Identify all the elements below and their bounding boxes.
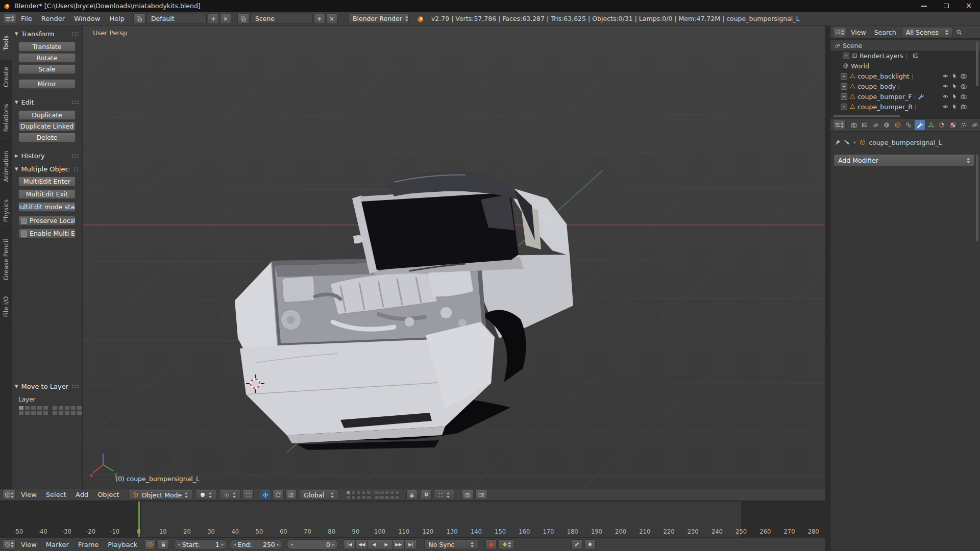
multiedit-mode-start-button[interactable]: MultiEdit mode start [18,202,76,212]
outliner-hscrollbar[interactable] [834,115,900,117]
preserve-location-toggle[interactable]: Preserve Location/... [18,216,76,226]
menu-window[interactable]: Window [69,15,105,22]
increment-icon[interactable]: ▸ [277,542,280,547]
auto-keyframe-toggle[interactable] [485,539,497,549]
decrement-icon[interactable]: ◂ [290,542,293,547]
multiedit-enter-button[interactable]: MultiEdit Enter [18,177,76,186]
mirror-button[interactable]: Mirror [18,79,76,89]
preview-range-toggle[interactable] [144,539,156,549]
expand-icon[interactable]: + [841,73,847,80]
tab-tools[interactable]: Tools [0,26,12,60]
viewport-3d[interactable]: x y User Persp (0) coupe_bumpersignal_L [83,26,825,489]
menu-search[interactable]: Search [871,26,900,39]
scene-add-button[interactable] [314,14,325,24]
tab-constraints[interactable] [903,120,914,130]
minimize-button[interactable] [913,0,935,12]
menu-view[interactable]: View [17,538,41,551]
layout-add-button[interactable] [208,14,219,24]
multiedit-exit-button[interactable]: MultiEdit Exit [18,189,76,199]
editor-type-button[interactable] [833,120,846,130]
outliner-row-coupe-bumper-r[interactable]: + coupe_bumper_R| [830,102,980,112]
delete-keyframe-button[interactable] [584,539,596,549]
tab-physics[interactable] [970,120,980,130]
tab-file-io[interactable]: File I/O [0,289,12,324]
end-frame-field[interactable]: ◂End:250▸ [230,539,283,549]
outliner-row-renderlayers[interactable]: + RenderLayers| [830,51,980,61]
tab-create[interactable]: Create [0,60,12,94]
car-model[interactable] [226,169,593,455]
sync-dropdown[interactable]: No Sync [424,539,478,549]
rotate-button[interactable]: Rotate [18,53,76,63]
snap-toggle[interactable] [421,490,432,500]
menu-playback[interactable]: Playback [104,538,141,551]
timeline[interactable]: -50-40-30-20-100102030405060708090100110… [0,501,825,537]
editor-type-button[interactable] [3,539,16,549]
decrement-icon[interactable]: ◂ [233,542,236,547]
manipulator-translate-toggle[interactable] [260,490,271,500]
tab-scene[interactable] [871,120,881,130]
scene-delete-button[interactable] [326,14,337,24]
panel-header-history[interactable]: ▶History [12,151,82,160]
prev-keyframe-button[interactable]: ◀◀ [355,539,368,549]
snap-element-dropdown[interactable] [433,490,454,500]
layout-delete-button[interactable] [220,14,231,24]
orientation-dropdown[interactable]: Global [300,490,338,500]
lock-to-scene-toggle[interactable] [406,490,418,500]
menu-marker[interactable]: Marker [42,538,73,551]
tab-grease-pencil[interactable]: Grease Pencil [0,231,12,289]
delete-button[interactable]: Delete [18,133,76,142]
lock-range-toggle[interactable] [158,539,169,549]
renderability-icon[interactable] [961,93,967,99]
renderability-icon[interactable] [961,73,967,79]
tab-material[interactable] [937,120,947,130]
visibility-eye-icon[interactable] [942,93,948,99]
expand-icon[interactable]: + [843,53,849,59]
selectability-icon[interactable] [951,73,958,79]
pin-icon[interactable] [835,139,841,145]
tab-render-layers[interactable] [860,120,870,130]
menu-add[interactable]: Add [71,489,92,501]
visibility-eye-icon[interactable] [942,104,948,110]
layout-name-field[interactable]: Default [146,14,207,24]
menu-frame[interactable]: Frame [74,538,103,551]
play-button[interactable]: ▶ [380,539,393,549]
editor-type-button[interactable] [3,490,16,500]
maximize-button[interactable] [935,0,958,12]
scale-button[interactable]: Scale [18,64,76,74]
manipulator-scale-toggle[interactable] [285,490,297,500]
outliner-row-coupe-bumper-f[interactable]: + coupe_bumper_F| [830,91,980,102]
properties-vscrollbar[interactable] [976,155,978,241]
increment-icon[interactable]: ▸ [332,542,335,547]
render-engine-dropdown[interactable]: Blender Render [349,14,409,24]
search-icon[interactable] [956,29,962,35]
menu-select[interactable]: Select [42,489,70,501]
selectability-icon[interactable] [951,83,958,89]
manipulator-rotate-toggle[interactable] [273,490,284,500]
selectability-icon[interactable] [951,93,958,99]
scene-name-field[interactable]: Scene [251,14,313,24]
scene-browse-button[interactable] [237,14,250,24]
menu-object[interactable]: Object [93,489,123,501]
opengl-render-anim-button[interactable] [475,490,487,500]
menu-render[interactable]: Render [37,15,69,22]
layer-grid-right[interactable] [52,406,82,415]
close-button[interactable]: × [958,0,980,12]
outliner-row-world[interactable]: World [830,61,980,71]
insert-keyframe-button[interactable] [571,539,582,549]
outliner-row-scene[interactable]: Scene [830,40,980,51]
layout-browse-button[interactable] [133,14,145,24]
menu-view[interactable]: View [847,26,870,39]
decrement-icon[interactable]: ◂ [178,542,180,547]
editor-type-button[interactable] [3,14,16,24]
pivot-align-toggle[interactable] [242,490,254,500]
tab-modifiers[interactable] [915,120,925,130]
expand-icon[interactable]: + [841,93,847,100]
pivot-dropdown[interactable] [219,490,240,500]
tab-object[interactable] [893,120,903,130]
expand-icon[interactable]: + [841,104,847,110]
tab-particles[interactable] [959,120,969,130]
start-frame-field[interactable]: ◂Start:1▸ [174,539,227,549]
panel-header-edit[interactable]: ▼Edit [12,97,82,107]
viewport-layers-right[interactable] [375,491,400,499]
viewport-layers-left[interactable] [346,491,371,499]
